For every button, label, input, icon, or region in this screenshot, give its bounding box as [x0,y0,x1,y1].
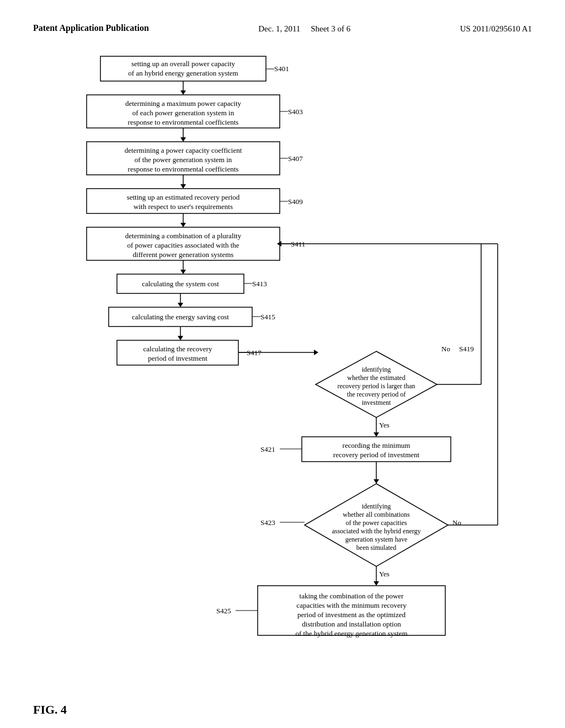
svg-text:generation system have: generation system have [345,536,408,543]
svg-marker-43 [178,303,183,307]
svg-marker-14 [180,137,186,142]
svg-text:recovery period of investment: recovery period of investment [333,451,420,459]
page: Patent Application Publication Dec. 1, 2… [0,0,565,728]
svg-text:Yes: Yes [379,570,390,578]
svg-text:determining a combination of a: determining a combination of a plurality [125,232,242,240]
svg-marker-56 [314,350,318,355]
svg-marker-29 [180,223,186,227]
svg-text:determining a power capacity c: determining a power capacity coefficient [125,146,242,154]
header-date-sheet: Dec. 1, 2011 Sheet 3 of 6 [258,22,350,34]
svg-text:taking the combination of the : taking the combination of the power [300,592,404,600]
svg-text:S419: S419 [459,345,474,353]
svg-text:setting up an overall power ca: setting up an overall power capacity [131,60,236,68]
svg-text:period of investment: period of investment [148,354,207,362]
svg-text:calculating the recovery: calculating the recovery [143,345,212,353]
svg-marker-94 [374,581,379,586]
svg-text:of the hybrid energy generatio: of the hybrid energy generation system [295,629,407,638]
svg-text:of the power capacities: of the power capacities [346,519,407,527]
svg-text:of power capacities associated: of power capacities associated with the [127,241,239,249]
svg-text:determining a maximum power ca: determining a maximum power capacity [125,99,242,108]
svg-marker-78 [374,479,379,484]
svg-text:S407: S407 [288,154,303,163]
flowchart-diagram: setting up an overall power capacity of … [45,51,520,690]
svg-text:of an hybrid energy generation: of an hybrid energy generation system [128,69,238,77]
svg-text:response to environmental coef: response to environmental coefficients [128,165,239,173]
svg-text:with respect to user's require: with respect to user's requirements [134,202,233,211]
svg-text:S425: S425 [216,607,231,615]
svg-text:been simulated: been simulated [356,544,396,552]
svg-text:identifying: identifying [362,366,391,373]
sheet-number: Sheet 3 of 6 [311,24,350,33]
svg-text:calculating the energy saving : calculating the energy saving cost [132,313,229,321]
svg-text:setting up an estimated recove: setting up an estimated recovery period [127,193,240,201]
svg-marker-67 [374,432,379,437]
svg-text:associated with the hybrid ene: associated with the hybrid energy [332,527,420,535]
svg-text:whether all combinations: whether all combinations [343,511,410,518]
svg-marker-22 [180,184,186,189]
svg-text:the recovery period of: the recovery period of [347,390,406,398]
svg-text:recovery period is larger than: recovery period is larger than [337,382,415,390]
svg-marker-37 [180,270,186,274]
svg-text:S401: S401 [274,65,289,73]
patent-title: Patent Application Publication [33,22,149,34]
svg-text:of each power generation syste: of each power generation system in [132,109,234,117]
svg-text:S413: S413 [252,280,267,288]
svg-text:S421: S421 [260,445,275,453]
svg-text:recording the minimum: recording the minimum [343,441,411,449]
svg-text:distribution and installation : distribution and installation option [302,620,401,628]
svg-marker-49 [178,336,183,340]
svg-text:calculating the system cost: calculating the system cost [142,280,219,288]
svg-text:identifying: identifying [362,502,391,510]
svg-text:different power generation sys: different power generation systems [133,250,234,259]
svg-text:of the power generation system: of the power generation system in [135,156,232,164]
patent-number: US 2011/0295610 A1 [460,22,532,34]
svg-text:S403: S403 [288,108,303,116]
svg-text:No: No [441,345,450,353]
figure-label: FIG. 4 [33,703,67,717]
svg-text:period of investment as the op: period of investment as the optimized [297,611,406,619]
publication-date: Dec. 1, 2011 [258,24,300,33]
svg-marker-6 [180,90,186,95]
svg-text:S409: S409 [288,197,303,206]
svg-text:capacities with the minimum re: capacities with the minimum recovery [296,601,407,609]
svg-text:investment: investment [362,399,391,406]
svg-text:S423: S423 [260,518,275,527]
header: Patent Application Publication Dec. 1, 2… [33,22,532,34]
svg-text:response to environmental coef: response to environmental coefficients [128,118,239,126]
svg-text:Yes: Yes [379,421,390,429]
svg-text:whether the estimated: whether the estimated [347,374,405,382]
svg-text:S415: S415 [260,313,275,321]
